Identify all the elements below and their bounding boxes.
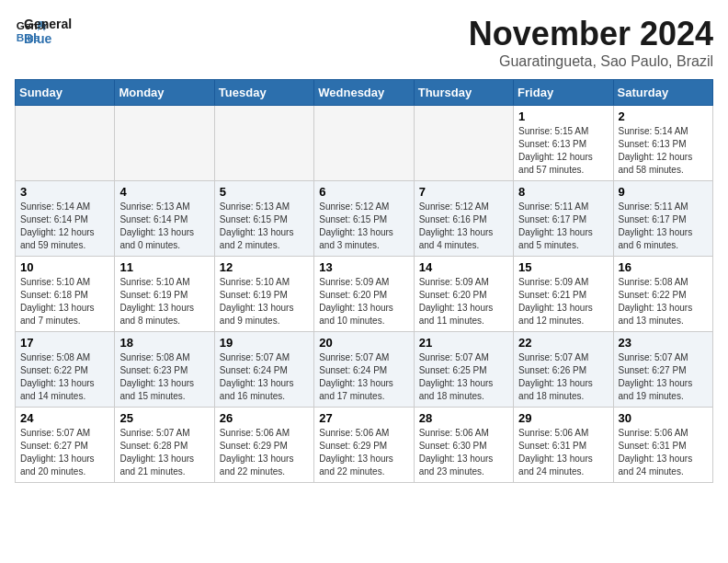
day-header-friday: Friday — [514, 80, 613, 106]
day-info: Sunrise: 5:08 AM Sunset: 6:22 PM Dayligh… — [619, 276, 708, 327]
day-info: Sunrise: 5:07 AM Sunset: 6:25 PM Dayligh… — [419, 351, 508, 403]
calendar-cell: 10Sunrise: 5:10 AM Sunset: 6:18 PM Dayli… — [16, 257, 115, 332]
day-number: 13 — [319, 260, 408, 274]
day-number: 20 — [319, 336, 408, 350]
day-info: Sunrise: 5:10 AM Sunset: 6:19 PM Dayligh… — [119, 276, 209, 327]
calendar-week-2: 3Sunrise: 5:14 AM Sunset: 6:14 PM Daylig… — [16, 181, 713, 257]
day-info: Sunrise: 5:06 AM Sunset: 6:29 PM Dayligh… — [220, 427, 309, 478]
day-number: 10 — [20, 260, 109, 274]
logo-line2: Blue — [24, 31, 72, 46]
day-info: Sunrise: 5:12 AM Sunset: 6:16 PM Dayligh… — [419, 201, 508, 252]
day-header-tuesday: Tuesday — [214, 80, 313, 106]
calendar-week-1: 1Sunrise: 5:15 AM Sunset: 6:13 PM Daylig… — [16, 106, 713, 181]
month-title: November 2024 — [469, 15, 713, 53]
day-info: Sunrise: 5:15 AM Sunset: 6:13 PM Dayligh… — [518, 125, 608, 177]
day-number: 17 — [20, 336, 109, 350]
day-number: 9 — [619, 185, 708, 199]
calendar-week-3: 10Sunrise: 5:10 AM Sunset: 6:18 PM Dayli… — [16, 257, 713, 332]
day-info: Sunrise: 5:06 AM Sunset: 6:31 PM Dayligh… — [619, 427, 708, 478]
day-info: Sunrise: 5:11 AM Sunset: 6:17 PM Dayligh… — [518, 201, 608, 252]
day-number: 1 — [518, 109, 608, 123]
day-number: 21 — [419, 336, 508, 350]
day-info: Sunrise: 5:06 AM Sunset: 6:29 PM Dayligh… — [319, 427, 408, 478]
calendar-cell: 6Sunrise: 5:12 AM Sunset: 6:15 PM Daylig… — [314, 181, 414, 257]
day-number: 12 — [220, 260, 309, 274]
day-number: 3 — [20, 185, 109, 199]
title-section: November 2024 Guaratingueta, Sao Paulo, … — [469, 15, 713, 70]
day-number: 14 — [419, 260, 508, 274]
day-number: 11 — [119, 260, 209, 274]
calendar-cell: 7Sunrise: 5:12 AM Sunset: 6:16 PM Daylig… — [414, 181, 513, 257]
calendar-cell: 28Sunrise: 5:06 AM Sunset: 6:30 PM Dayli… — [414, 408, 513, 483]
day-info: Sunrise: 5:09 AM Sunset: 6:20 PM Dayligh… — [319, 276, 408, 327]
calendar-cell: 18Sunrise: 5:08 AM Sunset: 6:23 PM Dayli… — [115, 332, 214, 408]
calendar-cell: 15Sunrise: 5:09 AM Sunset: 6:21 PM Dayli… — [514, 257, 613, 332]
calendar-cell: 12Sunrise: 5:10 AM Sunset: 6:19 PM Dayli… — [214, 257, 313, 332]
day-info: Sunrise: 5:12 AM Sunset: 6:15 PM Dayligh… — [319, 201, 408, 252]
day-number: 24 — [20, 411, 109, 425]
day-info: Sunrise: 5:06 AM Sunset: 6:30 PM Dayligh… — [419, 427, 508, 478]
day-number: 16 — [619, 260, 708, 274]
calendar-header-row: SundayMondayTuesdayWednesdayThursdayFrid… — [16, 80, 713, 106]
day-number: 25 — [119, 411, 209, 425]
day-number: 7 — [419, 185, 508, 199]
calendar-cell — [314, 106, 414, 181]
day-info: Sunrise: 5:10 AM Sunset: 6:19 PM Dayligh… — [220, 276, 309, 327]
day-number: 2 — [619, 109, 708, 123]
day-number: 26 — [220, 411, 309, 425]
day-header-sunday: Sunday — [16, 80, 115, 106]
calendar-cell: 22Sunrise: 5:07 AM Sunset: 6:26 PM Dayli… — [514, 332, 613, 408]
calendar-cell: 9Sunrise: 5:11 AM Sunset: 6:17 PM Daylig… — [613, 181, 712, 257]
day-number: 23 — [619, 336, 708, 350]
day-info: Sunrise: 5:09 AM Sunset: 6:21 PM Dayligh… — [518, 276, 608, 327]
calendar-cell: 5Sunrise: 5:13 AM Sunset: 6:15 PM Daylig… — [214, 181, 313, 257]
day-info: Sunrise: 5:14 AM Sunset: 6:14 PM Dayligh… — [20, 201, 109, 252]
day-info: Sunrise: 5:09 AM Sunset: 6:20 PM Dayligh… — [419, 276, 508, 327]
calendar-cell: 25Sunrise: 5:07 AM Sunset: 6:28 PM Dayli… — [115, 408, 214, 483]
calendar-cell: 26Sunrise: 5:06 AM Sunset: 6:29 PM Dayli… — [214, 408, 313, 483]
calendar-cell — [414, 106, 513, 181]
day-number: 22 — [518, 336, 608, 350]
day-info: Sunrise: 5:08 AM Sunset: 6:23 PM Dayligh… — [119, 351, 209, 403]
calendar-cell: 8Sunrise: 5:11 AM Sunset: 6:17 PM Daylig… — [514, 181, 613, 257]
calendar-week-4: 17Sunrise: 5:08 AM Sunset: 6:22 PM Dayli… — [16, 332, 713, 408]
calendar-cell — [16, 106, 115, 181]
logo: General Blue General Blue — [15, 15, 72, 48]
location-subtitle: Guaratingueta, Sao Paulo, Brazil — [469, 53, 713, 70]
calendar-cell: 3Sunrise: 5:14 AM Sunset: 6:14 PM Daylig… — [16, 181, 115, 257]
day-header-monday: Monday — [115, 80, 214, 106]
calendar-cell: 16Sunrise: 5:08 AM Sunset: 6:22 PM Dayli… — [613, 257, 712, 332]
day-info: Sunrise: 5:13 AM Sunset: 6:15 PM Dayligh… — [220, 201, 309, 252]
day-info: Sunrise: 5:14 AM Sunset: 6:13 PM Dayligh… — [619, 125, 708, 177]
day-header-thursday: Thursday — [414, 80, 513, 106]
day-number: 8 — [518, 185, 608, 199]
day-info: Sunrise: 5:08 AM Sunset: 6:22 PM Dayligh… — [20, 351, 109, 403]
calendar-cell: 11Sunrise: 5:10 AM Sunset: 6:19 PM Dayli… — [115, 257, 214, 332]
logo-line1: General — [24, 17, 72, 31]
day-info: Sunrise: 5:07 AM Sunset: 6:26 PM Dayligh… — [518, 351, 608, 403]
day-info: Sunrise: 5:07 AM Sunset: 6:28 PM Dayligh… — [119, 427, 209, 478]
day-number: 27 — [319, 411, 408, 425]
calendar-cell: 27Sunrise: 5:06 AM Sunset: 6:29 PM Dayli… — [314, 408, 414, 483]
calendar-cell: 14Sunrise: 5:09 AM Sunset: 6:20 PM Dayli… — [414, 257, 513, 332]
day-info: Sunrise: 5:10 AM Sunset: 6:18 PM Dayligh… — [20, 276, 109, 327]
calendar-cell: 17Sunrise: 5:08 AM Sunset: 6:22 PM Dayli… — [16, 332, 115, 408]
page-header: General Blue General Blue November 2024 … — [15, 15, 713, 70]
day-info: Sunrise: 5:07 AM Sunset: 6:27 PM Dayligh… — [619, 351, 708, 403]
day-header-saturday: Saturday — [613, 80, 712, 106]
calendar-cell: 23Sunrise: 5:07 AM Sunset: 6:27 PM Dayli… — [613, 332, 712, 408]
day-info: Sunrise: 5:07 AM Sunset: 6:27 PM Dayligh… — [20, 427, 109, 478]
calendar-table: SundayMondayTuesdayWednesdayThursdayFrid… — [15, 79, 713, 483]
day-number: 5 — [220, 185, 309, 199]
calendar-week-5: 24Sunrise: 5:07 AM Sunset: 6:27 PM Dayli… — [16, 408, 713, 483]
day-number: 28 — [419, 411, 508, 425]
calendar-cell: 19Sunrise: 5:07 AM Sunset: 6:24 PM Dayli… — [214, 332, 313, 408]
calendar-cell: 24Sunrise: 5:07 AM Sunset: 6:27 PM Dayli… — [16, 408, 115, 483]
day-number: 29 — [518, 411, 608, 425]
calendar-cell: 21Sunrise: 5:07 AM Sunset: 6:25 PM Dayli… — [414, 332, 513, 408]
calendar-cell: 4Sunrise: 5:13 AM Sunset: 6:14 PM Daylig… — [115, 181, 214, 257]
calendar-cell: 29Sunrise: 5:06 AM Sunset: 6:31 PM Dayli… — [514, 408, 613, 483]
day-header-wednesday: Wednesday — [314, 80, 414, 106]
day-info: Sunrise: 5:07 AM Sunset: 6:24 PM Dayligh… — [319, 351, 408, 403]
calendar-cell: 1Sunrise: 5:15 AM Sunset: 6:13 PM Daylig… — [514, 106, 613, 181]
